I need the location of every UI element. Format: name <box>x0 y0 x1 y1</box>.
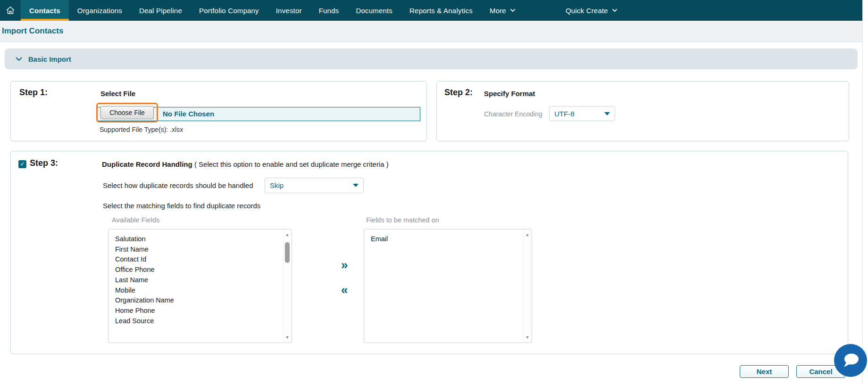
scroll-up-icon[interactable]: ▲ <box>284 231 291 238</box>
basic-import-panel-toggle[interactable]: Basic Import <box>5 49 858 69</box>
home-button[interactable] <box>0 0 21 21</box>
checkmark-icon: ✓ <box>20 161 25 167</box>
list-item[interactable]: Home Phone <box>108 306 282 316</box>
scroll-up-icon[interactable]: ▲ <box>524 231 531 238</box>
matching-fields-instruction: Select the matching fields to find dupli… <box>103 202 260 210</box>
nav-tab-contacts[interactable]: Contacts <box>21 0 69 21</box>
file-status-text: No File Chosen <box>163 110 214 118</box>
scroll-down-icon[interactable]: ▼ <box>524 334 531 341</box>
next-button[interactable]: Next <box>740 365 789 378</box>
supported-file-types: Supported File Type(s): .xlsx <box>100 126 183 133</box>
list-item[interactable]: Office Phone <box>108 265 282 275</box>
nav-tab-label: Funds <box>319 7 339 15</box>
page-scrollbar[interactable] <box>862 0 868 384</box>
nav-tab-investor[interactable]: Investor <box>267 0 310 21</box>
panel-title: Basic Import <box>28 55 71 63</box>
step2-box: Step 2: Specify Format Character Encodin… <box>436 81 849 141</box>
nav-tab-documents[interactable]: Documents <box>347 0 401 21</box>
step1-title: Step 1: <box>19 88 48 98</box>
nav-tab-label: Quick Create <box>566 7 608 15</box>
chevron-down-icon <box>510 8 516 12</box>
home-icon <box>5 5 16 16</box>
chat-launcher-button[interactable] <box>834 344 867 377</box>
nav-tab-label: Deal Pipeline <box>139 7 182 15</box>
available-fields-scrollbar[interactable]: ▲ ▼ <box>283 230 291 342</box>
nav-tab-label: Reports & Analytics <box>409 7 473 15</box>
list-item[interactable]: First Name <box>108 245 282 255</box>
step3-checkbox[interactable]: ✓ <box>18 160 26 168</box>
chevron-down-icon <box>15 57 23 61</box>
nav-tab-label: More <box>490 7 506 15</box>
page-title: Import Contacts <box>2 26 63 36</box>
matched-fields-items: Email <box>364 234 522 245</box>
scrollbar-thumb[interactable] <box>285 242 290 263</box>
list-item[interactable]: Last Name <box>108 275 282 286</box>
nav-tab-label: Organizations <box>77 7 122 15</box>
move-left-button[interactable]: « <box>341 284 348 296</box>
nav-tab-portfolio-company[interactable]: Portfolio Company <box>191 0 267 21</box>
import-contacts-page: Contacts Organizations Deal Pipeline Por… <box>0 0 868 384</box>
matched-fields-listbox[interactable]: Email ▲ ▼ <box>364 229 532 343</box>
character-encoding-label: Character Encoding <box>484 110 542 118</box>
nav-tab-label: Documents <box>356 7 392 15</box>
matched-fields-label: Fields to be matched on <box>366 216 439 224</box>
available-fields-items: Salutation First Name Contact Id Office … <box>108 234 282 326</box>
duplicate-handling-label: Select how duplicate records should be h… <box>103 181 253 189</box>
step2-heading: Specify Format <box>484 90 535 98</box>
nav-tab-deal-pipeline[interactable]: Deal Pipeline <box>131 0 191 21</box>
dropdown-caret-icon <box>604 112 610 115</box>
nav-tab-reports-analytics[interactable]: Reports & Analytics <box>401 0 481 21</box>
character-encoding-select[interactable]: UTF-8 <box>549 106 615 121</box>
step1-box: Step 1: Select File Choose File No File … <box>10 81 427 141</box>
available-fields-listbox[interactable]: Salutation First Name Contact Id Office … <box>108 229 292 343</box>
list-item[interactable]: Contact Id <box>108 254 282 265</box>
step3-box: ✓ Step 3: Duplicate Record Handling ( Se… <box>10 151 848 354</box>
duplicate-handling-value: Skip <box>270 181 284 189</box>
step2-title: Step 2: <box>444 88 473 98</box>
chat-bubble-icon <box>840 350 861 371</box>
scroll-down-icon[interactable]: ▼ <box>284 334 291 341</box>
step3-heading: Duplicate Record Handling <box>102 160 192 168</box>
nav-menu-quick-create[interactable]: Quick Create <box>557 0 626 21</box>
chevron-down-icon <box>612 8 618 12</box>
matched-fields-scrollbar[interactable]: ▲ ▼ <box>523 230 531 342</box>
top-navbar: Contacts Organizations Deal Pipeline Por… <box>0 0 862 21</box>
nav-tab-label: Contacts <box>29 7 60 15</box>
nav-menu-more[interactable]: More <box>481 0 524 21</box>
list-item[interactable]: Lead Source <box>108 316 282 327</box>
list-item[interactable]: Organization Name <box>108 295 282 306</box>
step3-title: Step 3: <box>30 158 58 168</box>
available-fields-label: Available Fields <box>112 216 159 224</box>
character-encoding-value: UTF-8 <box>554 110 575 118</box>
nav-tab-label: Portfolio Company <box>199 7 259 15</box>
list-item[interactable]: Salutation <box>108 234 282 245</box>
nav-tab-funds[interactable]: Funds <box>310 0 348 21</box>
move-right-button[interactable]: » <box>341 259 348 271</box>
nav-tab-organizations[interactable]: Organizations <box>69 0 131 21</box>
dropdown-caret-icon <box>353 184 359 187</box>
duplicate-handling-select[interactable]: Skip <box>265 178 364 193</box>
step1-heading: Select File <box>100 90 135 98</box>
choose-file-button[interactable]: Choose File <box>100 106 154 119</box>
list-item[interactable]: Mobile <box>108 286 282 296</box>
step3-heading-note: ( Select this option to enable and set d… <box>194 160 389 168</box>
list-item[interactable]: Email <box>364 234 522 245</box>
page-header: Import Contacts <box>0 21 862 42</box>
nav-tab-label: Investor <box>276 7 302 15</box>
